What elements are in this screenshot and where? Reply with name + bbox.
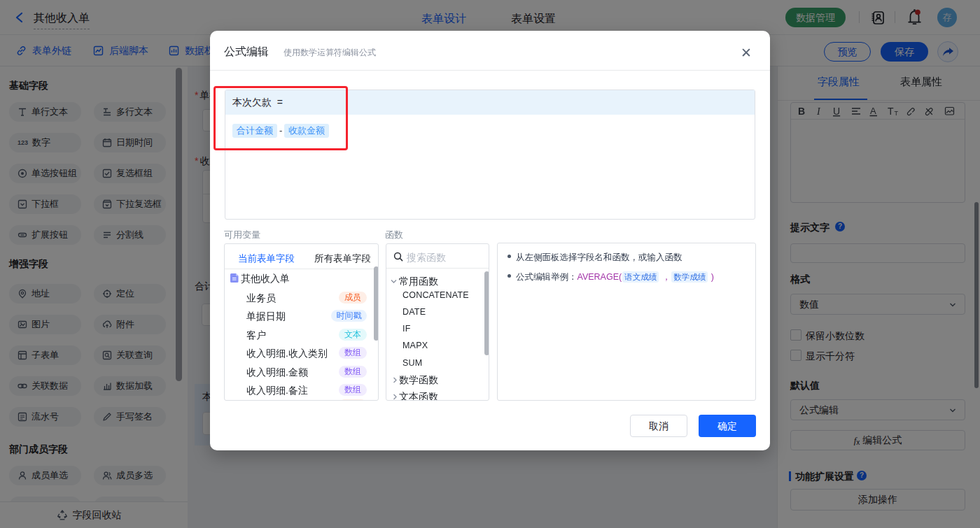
svg-text:A: A <box>870 106 876 116</box>
svg-text:U: U <box>833 106 840 117</box>
svg-text:I: I <box>816 106 821 117</box>
svg-text:T: T <box>888 106 894 117</box>
svg-text:B: B <box>798 106 805 117</box>
svg-text:T: T <box>895 110 899 117</box>
